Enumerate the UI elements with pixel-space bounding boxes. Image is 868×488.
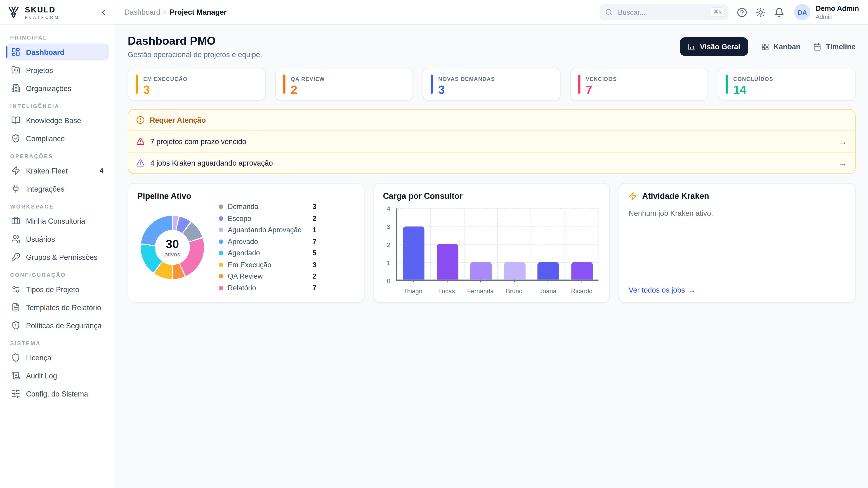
grid-line-vertical [531, 208, 532, 280]
plug-icon [11, 184, 20, 193]
kraken-card-header: Atividade Kraken [629, 192, 846, 201]
sidebar-item-compliance[interactable]: Compliance [6, 130, 109, 147]
search-input[interactable] [617, 8, 706, 17]
legend-value: 1 [313, 226, 320, 234]
grid-line-horizontal [397, 262, 599, 263]
arrow-right-icon[interactable]: → [839, 137, 847, 146]
sidebar-item-grupos-permissoes[interactable]: Grupos & Permissões [6, 249, 109, 265]
sidebar-logo-row: SKULD PLATFORM [0, 0, 115, 25]
legend-value: 2 [313, 272, 320, 281]
sidebar-item-integracoes[interactable]: Integrações [6, 180, 109, 197]
kpi-color-bar [431, 74, 433, 94]
x-axis-tick [581, 280, 582, 283]
folder-icon [11, 66, 20, 74]
attention-item-jobs-kraken[interactable]: 4 jobs Kraken aguardando aprovação → [128, 153, 855, 173]
bar-plot-area [396, 208, 599, 281]
consultor-card-title: Carga por Consultor [383, 192, 600, 201]
sidebar-item-politicas-seguranca[interactable]: Políticas de Segurança [6, 317, 109, 334]
sidebar-item-label: Integrações [26, 184, 64, 193]
sidebar-item-dashboard[interactable]: Dashboard [6, 43, 109, 61]
user-menu[interactable]: DA Demo Admin Admin [794, 4, 859, 21]
view-button-timeline[interactable]: Timeline [813, 42, 856, 51]
attention-title: Requer Atenção [150, 116, 206, 125]
sidebar-item-organizacoes[interactable]: Organizações [6, 80, 109, 97]
help-icon[interactable] [737, 7, 747, 17]
x-axis-tick [413, 280, 414, 283]
legend-dot [219, 274, 223, 279]
kpi-card-em-execucao: EM EXECUÇÃO 3 [128, 68, 266, 101]
y-axis-tick-label: 4 [387, 205, 390, 212]
view-button-label: Kanban [774, 42, 800, 51]
kpi-value: 14 [733, 84, 773, 96]
pipeline-legend: Demanda3 Escopo2 Aguardando Aprovação1 A… [219, 202, 320, 293]
kpi-label: VENCIDOS [586, 76, 617, 82]
kpi-body: NOVAS DEMANDAS 3 [438, 74, 495, 94]
sidebar-item-label: Grupos & Permissões [26, 253, 97, 261]
sidebar-collapse-button[interactable] [99, 8, 108, 17]
y-axis: 01234 [383, 208, 393, 281]
kraken-empty-state: Nenhum job Kraken ativo. [629, 209, 846, 218]
sidebar-item-kraken-fleet[interactable]: Kraken Fleet 4 [6, 162, 109, 179]
view-button-visao-geral[interactable]: Visão Geral [680, 37, 748, 56]
sidebar-item-licenca[interactable]: Licença [6, 349, 109, 366]
sidebar-item-templates-relatorio[interactable]: Templates de Relatório [6, 299, 109, 316]
shield-alert-icon [11, 321, 20, 330]
view-all-jobs-link[interactable]: Ver todos os jobs → [629, 286, 846, 294]
key-icon [11, 253, 20, 262]
attention-item-prazo-vencido[interactable]: 7 projetos com prazo vencido → [128, 131, 855, 153]
kpi-value: 7 [586, 84, 617, 96]
view-button-kanban[interactable]: Kanban [761, 42, 800, 51]
zap-icon [11, 166, 20, 175]
kpi-color-bar [725, 74, 727, 94]
attention-item-text: 4 jobs Kraken aguardando aprovação [150, 159, 273, 167]
bar-bruno [504, 262, 525, 280]
consultor-load-card: Carga por Consultor 01234 ThiagoLucasFer… [373, 183, 610, 303]
kpi-body: VENCIDOS 7 [586, 74, 617, 94]
grid-line-vertical [464, 208, 464, 280]
breadcrumb-parent[interactable]: Dashboard [124, 8, 160, 17]
kpi-label: EM EXECUÇÃO [143, 76, 188, 82]
sidebar-item-label: Tipos de Projeto [26, 285, 79, 293]
sidebar-item-label: Knowledge Base [26, 116, 81, 125]
legend-value: 3 [313, 203, 320, 211]
nav-section-workspace: WORKSPACE [10, 203, 105, 210]
arrow-right-icon[interactable]: → [839, 159, 847, 167]
legend-label: QA Review [228, 272, 308, 281]
sidebar-item-audit-log[interactable]: Audit Log [6, 367, 109, 384]
sidebar-item-projetos[interactable]: Projetos [6, 62, 109, 78]
search-box[interactable]: ⌘K [600, 4, 728, 21]
kpi-label: CONCLUÍDOS [733, 76, 773, 82]
bar-thiago [403, 226, 425, 280]
bar-chart-icon [687, 43, 695, 51]
x-axis-tick [480, 280, 481, 283]
grid-line-horizontal [397, 226, 599, 227]
legend-item-em-execucao: Em Execução3 [219, 260, 320, 270]
view-switcher: Visão Geral Kanban Timeline [680, 37, 856, 56]
theme-sun-icon[interactable] [756, 7, 766, 17]
zap-icon [629, 192, 637, 200]
sidebar-item-config-sistema[interactable]: Config. do Sistema [6, 385, 109, 402]
app-name: SKULD [25, 5, 60, 13]
legend-dot [219, 205, 223, 209]
nav-section-principal: PRINCIPAL [10, 35, 105, 41]
sidebar: SKULD PLATFORM PRINCIPAL Dashboard Proje… [0, 0, 115, 488]
sidebar-item-knowledge-base[interactable]: Knowledge Base [6, 112, 109, 129]
kraken-activity-card: Atividade Kraken Nenhum job Kraken ativo… [619, 183, 856, 303]
bar-lucas [437, 244, 458, 280]
sidebar-item-usuarios[interactable]: Usuários [6, 230, 109, 248]
nav-section-inteligencia: INTELIGÊNCIA [10, 103, 105, 109]
legend-value: 7 [313, 284, 320, 292]
scroll-icon [11, 371, 20, 380]
kpi-body: EM EXECUÇÃO 3 [143, 74, 188, 94]
sidebar-item-minha-consultoria[interactable]: Minha Consultoria [6, 213, 109, 229]
bell-icon[interactable] [774, 7, 784, 17]
sidebar-item-label: Licença [26, 353, 51, 362]
y-axis-tick-label: 0 [387, 278, 390, 284]
legend-item-relatorio: Relatório7 [219, 283, 320, 293]
kpi-color-bar [578, 74, 580, 94]
sidebar-item-tipos-de-projeto[interactable]: Tipos de Projeto [6, 281, 109, 298]
grid-line-vertical [598, 208, 599, 280]
layout-grid-icon [761, 43, 769, 51]
main-area: Dashboard › Project Manager ⌘K DA Demo A… [115, 0, 868, 488]
kpi-color-bar [283, 74, 285, 94]
